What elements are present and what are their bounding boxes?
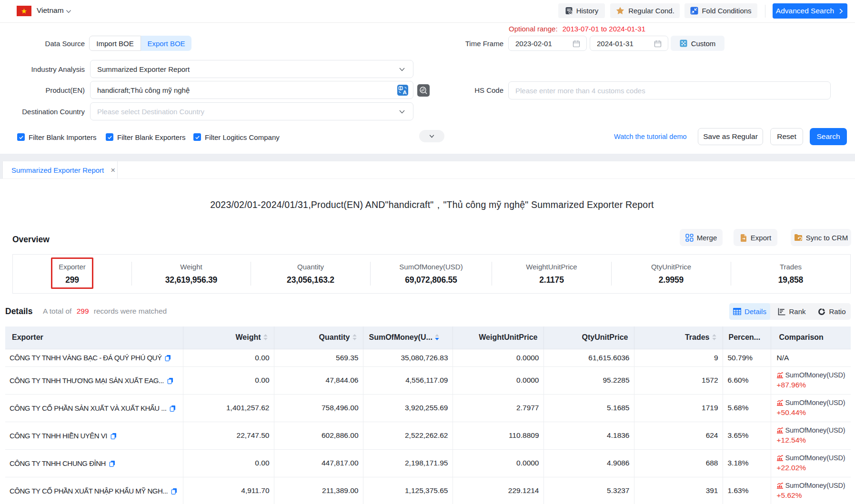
svg-text:A: A xyxy=(402,89,406,95)
